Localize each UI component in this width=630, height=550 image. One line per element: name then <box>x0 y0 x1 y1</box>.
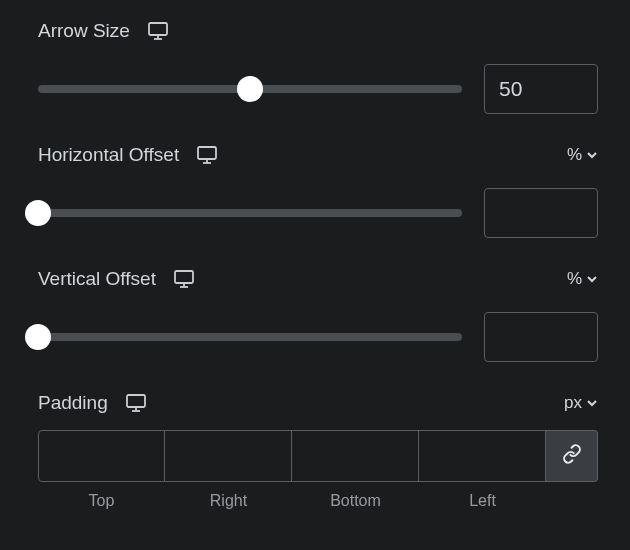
vertical-offset-input[interactable] <box>484 312 598 362</box>
chevron-down-icon <box>586 273 598 285</box>
horizontal-offset-group: Horizontal Offset % <box>38 144 598 238</box>
desktop-icon[interactable] <box>126 394 146 412</box>
padding-right-input[interactable] <box>165 430 292 482</box>
padding-left-sublabel: Left <box>469 492 496 510</box>
vertical-offset-label: Vertical Offset <box>38 268 156 290</box>
padding-left-cell: Left <box>419 430 546 510</box>
arrow-size-slider[interactable] <box>38 85 462 93</box>
link-icon <box>562 444 582 468</box>
arrow-size-label: Arrow Size <box>38 20 130 42</box>
arrow-size-label-row: Arrow Size <box>38 20 598 42</box>
horizontal-offset-unit: % <box>567 145 582 165</box>
padding-right-sublabel: Right <box>210 492 247 510</box>
padding-group: Padding px Top Right Bottom <box>38 392 598 510</box>
svg-rect-6 <box>175 271 193 283</box>
horizontal-offset-slider-thumb[interactable] <box>25 200 51 226</box>
padding-label-row: Padding px <box>38 392 598 414</box>
padding-link-wrapper <box>546 430 598 510</box>
vertical-offset-slider[interactable] <box>38 333 462 341</box>
padding-bottom-input[interactable] <box>292 430 419 482</box>
padding-unit-selector[interactable]: px <box>564 393 598 413</box>
horizontal-offset-input[interactable] <box>484 188 598 238</box>
padding-inputs-row: Top Right Bottom Left <box>38 430 598 510</box>
link-values-button[interactable] <box>546 430 598 482</box>
padding-bottom-sublabel: Bottom <box>330 492 381 510</box>
padding-top-input[interactable] <box>38 430 165 482</box>
padding-unit: px <box>564 393 582 413</box>
vertical-offset-unit-selector[interactable]: % <box>567 269 598 289</box>
desktop-icon[interactable] <box>174 270 194 288</box>
vertical-offset-slider-thumb[interactable] <box>25 324 51 350</box>
chevron-down-icon <box>586 397 598 409</box>
chevron-down-icon <box>586 149 598 161</box>
padding-bottom-cell: Bottom <box>292 430 419 510</box>
padding-top-cell: Top <box>38 430 165 510</box>
padding-label: Padding <box>38 392 108 414</box>
padding-top-sublabel: Top <box>89 492 115 510</box>
arrow-size-input[interactable] <box>484 64 598 114</box>
desktop-icon[interactable] <box>197 146 217 164</box>
horizontal-offset-slider[interactable] <box>38 209 462 217</box>
horizontal-offset-slider-row <box>38 188 598 238</box>
svg-rect-9 <box>127 395 145 407</box>
padding-right-cell: Right <box>165 430 292 510</box>
svg-rect-0 <box>149 23 167 35</box>
horizontal-offset-label: Horizontal Offset <box>38 144 179 166</box>
padding-left-input[interactable] <box>419 430 546 482</box>
vertical-offset-label-row: Vertical Offset % <box>38 268 598 290</box>
vertical-offset-slider-row <box>38 312 598 362</box>
horizontal-offset-unit-selector[interactable]: % <box>567 145 598 165</box>
arrow-size-slider-row <box>38 64 598 114</box>
desktop-icon[interactable] <box>148 22 168 40</box>
arrow-size-slider-thumb[interactable] <box>237 76 263 102</box>
vertical-offset-group: Vertical Offset % <box>38 268 598 362</box>
arrow-size-group: Arrow Size <box>38 20 598 114</box>
svg-rect-3 <box>198 147 216 159</box>
horizontal-offset-label-row: Horizontal Offset % <box>38 144 598 166</box>
vertical-offset-unit: % <box>567 269 582 289</box>
